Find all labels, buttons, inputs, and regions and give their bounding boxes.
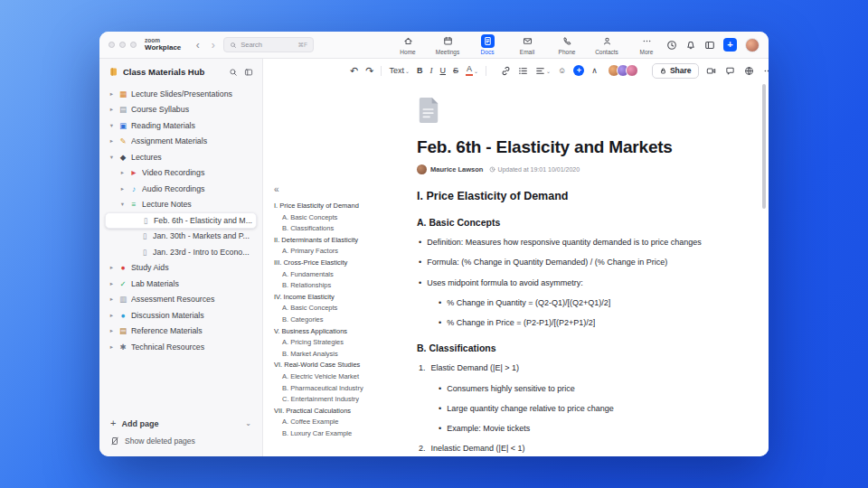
profile-avatar[interactable] [745,38,760,52]
document-title[interactable]: Feb. 6th - Elasticity and Markets [417,137,734,157]
outline-item[interactable]: B. Pharmaceutical Industry [274,383,379,395]
chevron-right-icon[interactable]: ▸ [108,312,115,319]
sidebar-item[interactable]: ▸▤Reference Materials [105,324,257,340]
sidebar-item[interactable]: ▾▣Reading Materials [105,117,257,134]
forward-button[interactable]: › [208,40,218,51]
bullet-list-button[interactable] [518,66,528,76]
outline-collapse-button[interactable]: « [274,185,279,194]
nav-tab-more[interactable]: More [632,34,661,55]
nav-tab-phone[interactable]: Phone [552,34,581,55]
sidebar-item[interactable]: ▸✎Assignment Materials [105,134,257,150]
outline-item[interactable]: A. Coffee Example [274,417,379,428]
chevron-right-icon[interactable]: ▸ [108,106,115,113]
sidebar-item[interactable]: ▸●Discussion Materials [105,307,257,324]
share-button[interactable]: Share [652,63,699,79]
back-button[interactable]: ‹ [193,40,203,51]
start-video-button[interactable] [706,66,716,76]
chevron-right-icon[interactable]: ▸ [108,90,115,98]
chevron-down-icon[interactable]: ▾ [108,154,115,161]
emoji-button[interactable]: ☺ [558,67,566,75]
sidebar-item[interactable]: ▸►Video Recordings [105,165,257,182]
maximize-window-button[interactable] [130,42,137,48]
panel-toggle-button[interactable] [704,40,715,51]
link-button[interactable] [501,66,511,76]
chevron-down-icon[interactable]: ▾ [108,122,115,129]
sidebar-item[interactable]: ▸✓Lab Materials [105,276,257,292]
redo-button[interactable]: ↷ [365,66,373,76]
outline-item[interactable]: A. Basic Concepts [274,303,379,314]
outline-item[interactable]: III. Cross-Price Elasticity [274,258,379,269]
bullet-icon: • [439,298,441,308]
outline-item[interactable]: B. Luxury Car Example [274,428,379,440]
sidebar-item[interactable]: ▸♪Audio Recordings [105,181,257,197]
bold-button[interactable]: B [417,67,423,75]
italic-button[interactable]: I [430,67,433,75]
sidebar-item[interactable]: ▾◆Lectures [105,149,257,165]
outline-item[interactable]: IV. Income Elasticity [274,292,379,304]
outline-item[interactable]: A. Fundamentals [274,269,379,281]
show-deleted-pages-button[interactable]: Show deleted pages [110,436,251,446]
sidebar-item[interactable]: ▯Jan. 23rd - Intro to Econo... [105,244,257,260]
nav-tab-email[interactable]: Email [513,34,542,55]
sidebar-item[interactable]: ▾≡Lecture Notes [105,197,257,213]
close-window-button[interactable] [108,42,115,48]
outline-item[interactable]: V. Business Applications [274,326,379,338]
chevron-right-icon[interactable]: ▸ [108,264,115,271]
outline-item[interactable]: VII. Practical Calculations [274,406,379,418]
nav-tab-home[interactable]: Home [393,34,422,55]
language-button[interactable] [744,66,754,76]
sidebar-search-icon[interactable] [229,68,238,77]
outline-item[interactable]: I. Price Elasticity of Demand [274,201,379,212]
outline-item[interactable]: C. Entertainment Industry [274,394,379,406]
collaborator-avatar[interactable] [626,64,638,77]
chevron-right-icon[interactable]: ▸ [108,137,115,145]
sidebar-item[interactable]: ▯Feb. 6th - Elasticity and M... [105,212,257,229]
chevron-right-icon[interactable]: ▸ [108,327,115,334]
add-page-button[interactable]: + Add page ⌄ [110,418,251,428]
more-options-button[interactable] [763,66,769,76]
align-button[interactable]: ⌄ [535,66,551,76]
outline-item[interactable]: B. Categories [274,314,379,326]
undo-button[interactable]: ↶ [350,66,358,76]
outline-item[interactable]: II. Determinants of Elasticity [274,235,379,247]
outline-item[interactable]: B. Relationships [274,280,379,292]
chevron-right-icon[interactable]: ▸ [108,280,115,287]
sidebar-item[interactable]: ▸▦Lecture Slides/Presentations [105,86,257,102]
outline-item[interactable]: A. Primary Factors [274,246,379,258]
comments-button[interactable] [725,66,735,76]
chevron-right-icon[interactable]: ▸ [119,169,126,176]
recent-activity-button[interactable] [666,40,677,51]
insert-button[interactable]: + [573,65,584,76]
nav-tab-contacts[interactable]: Contacts [592,34,621,55]
document-scrollbar[interactable] [762,84,766,209]
sidebar-item[interactable]: ▸✱Technical Resources [105,339,257,355]
chevron-right-icon[interactable]: ▸ [108,296,115,303]
global-search-input[interactable]: Search ⌘F [223,37,314,52]
nav-tab-docs[interactable]: Docs [473,34,502,55]
chevron-down-icon[interactable]: ▾ [119,201,126,208]
minimize-window-button[interactable] [119,42,126,48]
outline-item[interactable]: A. Basic Concepts [274,212,379,224]
strikethrough-button[interactable]: S [453,67,458,75]
sidebar-item[interactable]: ▸▥Assessment Resources [105,292,257,308]
outline-item[interactable]: A. Pricing Strategies [274,337,379,349]
sidebar-item[interactable]: ▯Jan. 30th - Markets and P... [105,229,257,245]
link-icon [501,66,511,76]
sidebar-item[interactable]: ▸●Study Aids [105,260,257,277]
sidebar-item[interactable]: ▸▤Course Syllabus [105,102,257,118]
collapse-toolbar-button[interactable]: ∧ [591,67,598,75]
add-page-chevron-icon[interactable]: ⌄ [245,419,251,427]
outline-item[interactable]: B. Classifications [274,223,379,235]
underline-button[interactable]: U [440,67,447,75]
notifications-button[interactable] [685,40,696,51]
nav-tab-meetings[interactable]: Meetings [433,34,462,55]
chevron-right-icon[interactable]: ▸ [119,185,126,192]
new-doc-button[interactable]: + [723,38,737,52]
outline-item[interactable]: A. Electric Vehicle Market [274,371,379,383]
sidebar-collapse-icon[interactable] [244,68,253,77]
outline-item[interactable]: VI. Real-World Case Studies [274,360,379,371]
chevron-right-icon[interactable]: ▸ [108,343,115,351]
text-color-button[interactable]: A⌄ [466,65,478,76]
text-style-dropdown[interactable]: Text⌄ [389,67,410,75]
outline-item[interactable]: B. Market Analysis [274,349,379,361]
